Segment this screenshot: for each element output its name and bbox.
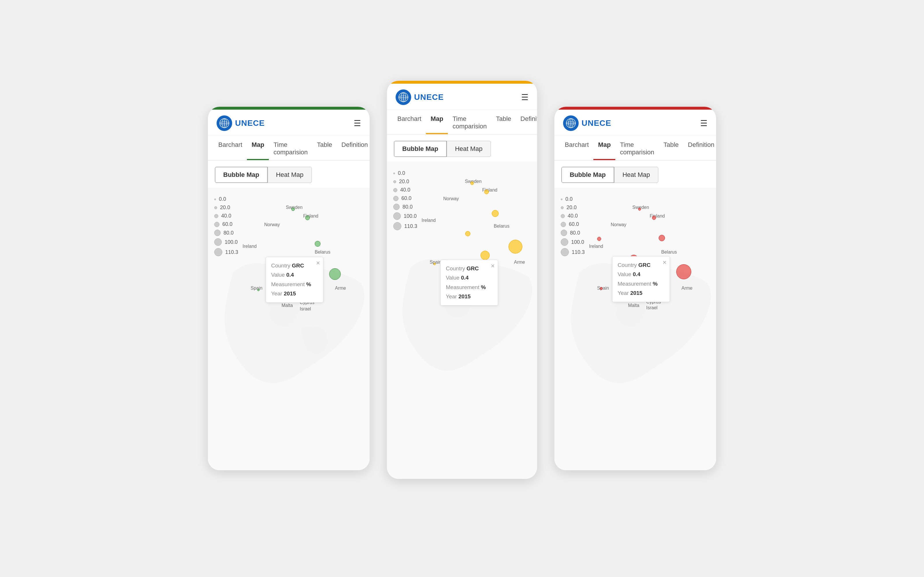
legend-circle-0 — [214, 198, 216, 200]
lr-1 — [561, 206, 564, 209]
nav-map-left[interactable]: Map — [247, 136, 269, 160]
top-bar-center — [387, 81, 537, 84]
nav-table-right[interactable]: Table — [659, 136, 683, 160]
bubble-right-8[interactable] — [600, 287, 603, 290]
nav-barchart-left[interactable]: Barchart — [214, 136, 247, 160]
legend-label-0: 0.0 — [219, 196, 226, 202]
nav-timecomp-center[interactable]: Time comparision — [448, 110, 491, 134]
nav-table-left[interactable]: Table — [312, 136, 337, 160]
nav-barchart-center[interactable]: Barchart — [393, 110, 426, 134]
tooltip-close-center[interactable]: ✕ — [491, 262, 495, 271]
bubble-left-3[interactable] — [315, 241, 320, 247]
heat-map-btn-center[interactable]: Heat Map — [447, 141, 491, 157]
bubble-center-5[interactable] — [480, 251, 490, 260]
logo-text-center: UNECE — [414, 93, 444, 102]
menu-icon-center[interactable]: ☰ — [521, 93, 528, 102]
legend-circle-1 — [214, 206, 217, 209]
lc-1 — [393, 180, 396, 183]
bubble-right-3[interactable] — [659, 235, 665, 241]
tooltip-year-left: Year 2015 — [271, 289, 318, 298]
legend-c-0: 0.0 — [393, 170, 417, 176]
legend-r-1: 20.0 — [561, 205, 585, 211]
nav-table-center[interactable]: Table — [491, 110, 516, 134]
lr-2 — [561, 214, 565, 218]
menu-icon-right[interactable]: ☰ — [700, 119, 708, 128]
heat-map-btn-left[interactable]: Heat Map — [268, 167, 312, 183]
bubble-center-4[interactable] — [465, 231, 470, 236]
country-ireland-right: Ireland — [589, 244, 603, 249]
tooltip-left: ✕ Country GRC Value 0.4 Measurement % Ye… — [266, 257, 323, 303]
country-belarus-left: Belarus — [315, 250, 330, 255]
bubble-map-btn-right[interactable]: Bubble Map — [561, 167, 614, 183]
map-area-right: 0.0 20.0 40.0 60.0 80.0 — [554, 187, 716, 470]
nav-definition-right[interactable]: Definition — [683, 136, 716, 160]
llr-5: 100.0 — [571, 239, 584, 245]
map-area-left: 0.0 20.0 40.0 60.0 80.0 — [208, 187, 370, 470]
nav-center: Barchart Map Time comparision Table Defi… — [387, 110, 537, 134]
llr-3: 60.0 — [569, 221, 579, 227]
header-center: UNECE ☰ — [387, 84, 537, 110]
nav-map-right[interactable]: Map — [593, 136, 615, 160]
logo-icon-center — [396, 89, 411, 105]
country-arme-left: Arme — [335, 285, 346, 291]
logo-text-right: UNECE — [582, 119, 611, 128]
heat-map-btn-right[interactable]: Heat Map — [614, 167, 658, 183]
bubble-left-6[interactable] — [257, 289, 260, 291]
lc-4 — [393, 204, 400, 210]
phone-left: UNECE ☰ Barchart Map Time comparision Ta… — [208, 107, 370, 470]
legend-label-1: 20.0 — [220, 205, 230, 211]
header-left: UNECE ☰ — [208, 110, 370, 136]
bubble-right-6[interactable] — [676, 264, 691, 279]
tooltip-measurement-right: Measurement % — [618, 279, 664, 288]
country-israel-left: Israel — [300, 306, 311, 311]
legend-item-3: 60.0 — [214, 221, 238, 227]
legend-item-2: 40.0 — [214, 213, 238, 219]
bubble-center-6[interactable] — [509, 240, 522, 254]
bubble-map-btn-center[interactable]: Bubble Map — [394, 141, 447, 157]
legend-item-6: 110.3 — [214, 248, 238, 256]
llr-2: 40.0 — [568, 213, 578, 219]
bubble-right-1[interactable] — [638, 208, 641, 211]
toggle-area-center: Bubble Map Heat Map — [387, 134, 537, 161]
legend-label-5: 100.0 — [225, 239, 237, 245]
legend-right: 0.0 20.0 40.0 60.0 80.0 — [561, 196, 585, 256]
legend-circle-4 — [214, 230, 221, 236]
bubble-left-2[interactable] — [305, 216, 310, 220]
country-belarus-center: Belarus — [494, 224, 509, 229]
tooltip-center: ✕ Country GRC Value 0.4 Measurement % Ye… — [440, 259, 498, 306]
nav-map-center[interactable]: Map — [426, 110, 448, 134]
nav-right: Barchart Map Time comparision Table Defi… — [554, 136, 716, 160]
country-norway-right: Norway — [611, 222, 626, 227]
nav-definition-left[interactable]: Definition — [337, 136, 370, 160]
bubble-center-3[interactable] — [492, 210, 499, 217]
tooltip-close-right[interactable]: ✕ — [662, 258, 667, 267]
nav-barchart-right[interactable]: Barchart — [560, 136, 593, 160]
bubble-right-2[interactable] — [652, 216, 656, 220]
legend-circle-2 — [214, 214, 218, 218]
nav-definition-center[interactable]: Definition — [516, 110, 537, 134]
nav-left: Barchart Map Time comparision Table Defi… — [208, 136, 370, 160]
menu-icon-left[interactable]: ☰ — [354, 119, 361, 128]
bubble-center-1[interactable] — [470, 182, 474, 185]
bubble-map-btn-left[interactable]: Bubble Map — [215, 167, 268, 183]
country-arme-center: Arme — [514, 259, 525, 265]
logo-area-right: UNECE — [563, 115, 611, 131]
logo-area-center: UNECE — [396, 89, 444, 105]
bubble-center-7[interactable] — [433, 263, 436, 265]
legend-r-4: 80.0 — [561, 230, 585, 236]
legend-c-2: 40.0 — [393, 187, 417, 193]
llr-0: 0.0 — [565, 196, 573, 202]
legend-r-5: 100.0 — [561, 238, 585, 246]
bubble-left-1[interactable] — [291, 208, 295, 211]
ll-4: 80.0 — [402, 204, 413, 210]
legend-label-4: 80.0 — [223, 230, 234, 236]
country-ireland-left: Ireland — [242, 244, 257, 249]
country-spain-left: Spain — [250, 285, 262, 291]
tooltip-close-left[interactable]: ✕ — [316, 259, 320, 268]
nav-timecomp-left[interactable]: Time comparision — [269, 136, 312, 160]
bubble-center-2[interactable] — [484, 190, 489, 194]
bubble-right-7[interactable] — [597, 237, 601, 241]
bubble-left-5[interactable] — [329, 268, 341, 280]
tooltip-country-right: Country GRC — [618, 261, 664, 270]
nav-timecomp-right[interactable]: Time comparision — [615, 136, 659, 160]
